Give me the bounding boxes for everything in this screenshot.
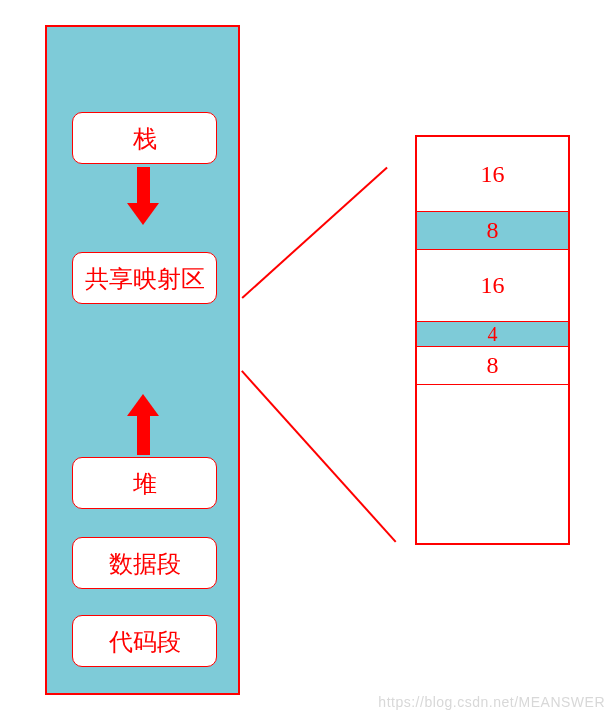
projection-line-bottom (241, 370, 396, 542)
watermark-text: https://blog.csdn.net/MEANSWER (378, 694, 605, 710)
projection-line-top (241, 167, 387, 299)
heap-block: 4 (417, 322, 568, 347)
segment-stack: 栈 (72, 112, 217, 164)
arrow-down-icon (137, 167, 150, 207)
segment-data: 数据段 (72, 537, 217, 589)
segment-code: 代码段 (72, 615, 217, 667)
memory-layout-column: 栈 共享映射区 堆 数据段 代码段 (45, 25, 240, 695)
segment-heap: 堆 (72, 457, 217, 509)
segment-shared-mapping: 共享映射区 (72, 252, 217, 304)
arrow-up-icon (137, 412, 150, 455)
heap-block: 16 (417, 250, 568, 322)
heap-detail-column: 16 8 16 4 8 (415, 135, 570, 545)
heap-block: 8 (417, 212, 568, 250)
heap-block: 8 (417, 347, 568, 385)
heap-block: 16 (417, 137, 568, 212)
